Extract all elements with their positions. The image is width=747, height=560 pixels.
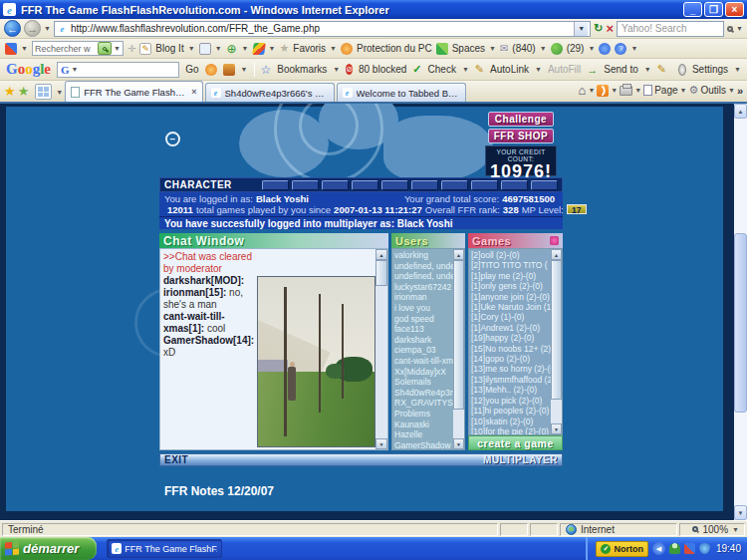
- user-item[interactable]: Problems: [394, 409, 462, 420]
- game-item[interactable]: [13]Mehh.. (2)-(0): [471, 385, 560, 395]
- game-item[interactable]: [1]Andrew1 (2)-(0): [471, 323, 560, 333]
- user-item[interactable]: cant-wait-till-xmas: [394, 356, 462, 367]
- user-item[interactable]: irionman: [394, 292, 462, 303]
- google-search-dropdown[interactable]: ▼: [72, 66, 79, 73]
- user-item[interactable]: undefined, undefi: [394, 271, 462, 282]
- character-slot[interactable]: [262, 180, 289, 190]
- user-item[interactable]: i love you: [394, 303, 462, 314]
- users-scrollbar[interactable]: ▲ ▼: [453, 249, 464, 449]
- contacts-dropdown[interactable]: ▼: [588, 45, 595, 52]
- user-item[interactable]: Kaunaski: [394, 420, 462, 430]
- stop-button[interactable]: ×: [606, 21, 614, 36]
- game-item[interactable]: [11]hi peoples (2)-(0): [471, 406, 560, 416]
- tray-shield-icon[interactable]: [699, 543, 710, 554]
- user-item[interactable]: Hazelle: [394, 429, 462, 440]
- scroll-thumb[interactable]: [375, 260, 387, 286]
- user-item[interactable]: face113: [394, 324, 462, 335]
- scroll-thumb[interactable]: [734, 233, 747, 413]
- messenger-dropdown[interactable]: ▼: [269, 45, 276, 52]
- contacts-count[interactable]: (29): [567, 43, 585, 54]
- exit-button[interactable]: EXIT: [164, 454, 188, 465]
- google-news-icon[interactable]: [205, 64, 217, 76]
- rss-icon[interactable]: [597, 85, 609, 97]
- game-item[interactable]: [12]you pick (2)-(0): [471, 396, 560, 406]
- settings-button[interactable]: Settings: [692, 64, 728, 75]
- game-item[interactable]: [15]No noobs 12+ (2)-: [471, 344, 560, 354]
- close-button[interactable]: ×: [725, 2, 744, 17]
- scroll-thumb[interactable]: [453, 260, 464, 410]
- zoom-control[interactable]: 100% ▼: [679, 523, 745, 536]
- user-item[interactable]: ciempa_03: [394, 345, 462, 356]
- user-item[interactable]: Sh4d0wRe4p3r66: [394, 388, 462, 399]
- spaces-button[interactable]: Spaces: [452, 43, 485, 54]
- game-item[interactable]: [10]skatin (2)-(0): [471, 417, 560, 426]
- live-search-input[interactable]: Rechercher w ▼: [32, 41, 124, 56]
- page-scrollbar[interactable]: ▲ ▼: [734, 104, 747, 520]
- print-icon[interactable]: [620, 86, 632, 96]
- tools-menu[interactable]: Outils: [700, 85, 726, 96]
- character-slot[interactable]: [411, 180, 438, 190]
- mail-count[interactable]: (840): [512, 43, 535, 54]
- multiplayer-label[interactable]: MULTIPLAYER: [483, 454, 558, 465]
- games-list[interactable]: ▲ ▼ [2]ooll (2)-(0)[2]TITO TITO TITO ([1…: [468, 248, 563, 435]
- game-item[interactable]: [1]Cory (1)-(0): [471, 312, 560, 322]
- character-slot[interactable]: [471, 180, 498, 190]
- autolink-dropdown[interactable]: ▼: [535, 66, 542, 73]
- minimize-button[interactable]: _: [683, 2, 702, 17]
- quick-tabs-dropdown[interactable]: ▼: [56, 89, 63, 96]
- taskbar-window-button[interactable]: e FFR The Game FlashF...: [107, 539, 222, 558]
- tools-menu-dropdown[interactable]: ▼: [728, 87, 735, 94]
- bookmarks-dropdown[interactable]: ▼: [333, 66, 340, 73]
- users-list[interactable]: ▲ ▼ valorkingundefined, undefiundefined,…: [391, 248, 465, 450]
- live-add-icon[interactable]: ⊕: [226, 43, 238, 55]
- scroll-thumb[interactable]: [551, 260, 562, 400]
- live-flag-dropdown[interactable]: ▼: [21, 45, 28, 52]
- character-slot[interactable]: [292, 180, 319, 190]
- toolbar-overflow-icon[interactable]: »: [737, 85, 743, 97]
- character-slot[interactable]: [531, 180, 558, 190]
- help-dropdown[interactable]: ▼: [630, 45, 637, 52]
- refresh-button[interactable]: ↻: [594, 22, 603, 35]
- url-dropdown[interactable]: ▼: [574, 22, 588, 36]
- scroll-down-icon[interactable]: ▼: [375, 438, 387, 449]
- game-item[interactable]: [19]happy (2)-(0): [471, 333, 560, 343]
- game-item[interactable]: [1]play me (2)-(0): [471, 271, 560, 281]
- help-icon[interactable]: ?: [615, 43, 626, 55]
- search-icon[interactable]: [727, 26, 733, 32]
- user-item[interactable]: GamerShadow: [394, 440, 462, 450]
- user-item[interactable]: darkshark: [394, 335, 462, 346]
- collapse-icon[interactable]: −: [165, 132, 180, 146]
- send-to-dropdown[interactable]: ▼: [644, 66, 651, 73]
- tray-network-icon[interactable]: [684, 543, 695, 554]
- user-item[interactable]: valorking: [394, 250, 462, 261]
- norton-badge[interactable]: ✓ Norton: [596, 541, 648, 557]
- user-item[interactable]: god speed: [394, 314, 462, 325]
- game-item[interactable]: [14]gopo (2)-(0): [471, 354, 560, 364]
- scroll-down-icon[interactable]: ▼: [734, 505, 747, 520]
- yahoo-search-input[interactable]: Yahoo! Search: [617, 21, 724, 37]
- tray-messenger-icon[interactable]: [669, 543, 680, 554]
- user-item[interactable]: Solemails: [394, 377, 462, 388]
- live-search-button[interactable]: [98, 42, 112, 55]
- scroll-up-icon[interactable]: ▲: [734, 104, 747, 119]
- character-slot[interactable]: [381, 180, 408, 190]
- game-item[interactable]: [1]anyone join (2)-(0): [471, 292, 560, 302]
- tab-ffr-game[interactable]: FFR The Game FlashFlash... ×: [65, 81, 202, 102]
- scroll-up-icon[interactable]: ▲: [375, 249, 387, 260]
- create-game-button[interactable]: create a game: [468, 435, 563, 450]
- settings-dropdown[interactable]: ▼: [734, 66, 741, 73]
- check-button[interactable]: Check: [428, 64, 456, 75]
- zoom-dropdown[interactable]: ▼: [732, 526, 739, 533]
- scroll-up-icon[interactable]: ▲: [453, 249, 464, 260]
- popup-blocker-count[interactable]: 80 blocked: [359, 64, 406, 75]
- live-search-dropdown[interactable]: ▼: [114, 45, 121, 52]
- favorites-dropdown[interactable]: ▼: [330, 45, 337, 52]
- game-item[interactable]: [13]me so horny (2)-(0: [471, 364, 560, 374]
- google-firefox-icon[interactable]: [223, 64, 235, 76]
- url-field[interactable]: e http://www.flashflashrevolution.com/FF…: [54, 21, 591, 37]
- protection-button[interactable]: Protection du PC: [357, 43, 432, 54]
- game-item[interactable]: [1]Uke Naruto Join (1: [471, 302, 560, 312]
- tab-close-icon[interactable]: ×: [191, 87, 196, 97]
- scroll-up-icon[interactable]: ▲: [551, 249, 562, 260]
- rss-dropdown[interactable]: ▼: [611, 87, 618, 94]
